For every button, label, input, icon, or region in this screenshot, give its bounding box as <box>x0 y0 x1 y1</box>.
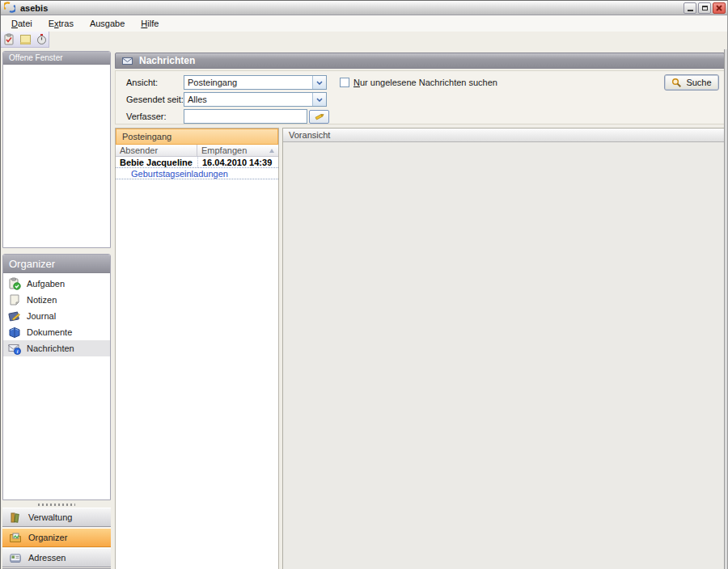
page-title-bar: Nachrichten <box>115 53 725 69</box>
notes-icon <box>8 293 21 306</box>
menu-extras[interactable]: Extras <box>41 17 81 30</box>
preview-panel: Voransicht <box>282 128 725 569</box>
ansicht-select[interactable]: Posteingang <box>184 75 327 90</box>
organizer-panel: Organizer Aufgaben <box>2 254 111 500</box>
sidebar-item-notizen[interactable]: Notizen <box>3 292 110 308</box>
gesendet-label: Gesendet seit: <box>126 95 184 104</box>
organizer-item-list: Aufgaben Notizen Journal <box>3 273 110 499</box>
unread-only-checkbox-group[interactable]: Nur ungelesene Nachrichten suchen <box>340 78 497 87</box>
unread-only-checkbox[interactable] <box>340 78 349 87</box>
inbox-column-headers: Absender Empfangen <box>116 145 278 157</box>
column-header-empfangen[interactable]: Empfangen <box>197 145 278 156</box>
gesendet-select[interactable]: Alles <box>184 92 327 107</box>
preview-header: Voransicht <box>283 129 724 142</box>
search-icon <box>671 78 682 88</box>
unread-only-label: Nur ungelesene Nachrichten suchen <box>353 78 497 87</box>
chevron-down-icon[interactable] <box>312 93 326 106</box>
suche-button[interactable]: Suche <box>664 74 719 91</box>
minimize-icon <box>688 10 693 11</box>
nav-verwaltung[interactable]: Verwaltung <box>2 508 111 527</box>
preview-body <box>283 142 724 569</box>
nav-adressen[interactable]: Adressen <box>2 548 111 567</box>
page-title: Nachrichten <box>139 55 195 66</box>
organizer-icon <box>9 531 22 544</box>
sidebar-item-dokumente[interactable]: Dokumente <box>3 324 110 340</box>
administration-icon <box>9 511 22 524</box>
messages-header-icon <box>122 57 133 65</box>
app-window: asebis Datei Extras Ausgabe Hilfe <box>0 0 728 569</box>
column-header-absender[interactable]: Absender <box>116 145 197 156</box>
close-button[interactable] <box>713 2 726 14</box>
ansicht-label: Ansicht: <box>126 78 184 87</box>
menu-hilfe[interactable]: Hilfe <box>133 17 166 30</box>
messages-icon: i <box>8 342 21 355</box>
nav-organizer[interactable]: Organizer <box>2 528 111 547</box>
title-bar[interactable]: asebis <box>1 1 727 15</box>
sidebar-splitter[interactable] <box>2 502 111 507</box>
window-right-edge <box>724 49 727 569</box>
open-windows-panel: Offene Fenster <box>2 51 111 248</box>
message-received: 16.04.2010 14:39 <box>197 157 278 167</box>
open-windows-list[interactable] <box>3 65 110 247</box>
search-form: Ansicht: Posteingang Nur ungelesene Nach… <box>115 70 725 124</box>
task-edit-tool-button[interactable] <box>2 32 16 46</box>
organizer-panel-header: Organizer <box>3 255 110 273</box>
restore-button[interactable] <box>698 2 711 14</box>
message-subject-row[interactable]: Geburtstagseinladungen <box>116 168 278 179</box>
task-edit-icon <box>3 33 15 45</box>
verfasser-input[interactable] <box>184 109 307 124</box>
close-icon <box>716 5 722 11</box>
stopwatch-icon <box>36 33 48 45</box>
app-logo-icon <box>4 2 15 15</box>
inbox-header: Posteingang <box>116 129 278 145</box>
documents-icon <box>8 326 21 339</box>
stopwatch-tool-button[interactable] <box>35 32 49 46</box>
grip-dots-icon <box>38 504 75 506</box>
chevron-down-icon[interactable] <box>312 76 326 89</box>
message-row[interactable]: Bebie Jacqueline 16.04.2010 14:39 <box>116 157 278 168</box>
toolbar <box>1 32 727 48</box>
verfasser-label: Verfasser: <box>126 112 184 121</box>
main-area: Nachrichten Ansicht: Posteingang Nur ung… <box>115 53 725 569</box>
minimize-button[interactable] <box>684 2 696 14</box>
window-controls <box>684 2 726 14</box>
sidebar: Offene Fenster Organizer Aufgaben <box>2 49 111 569</box>
menu-bar: Datei Extras Ausgabe Hilfe <box>1 15 727 32</box>
message-sender: Bebie Jacqueline <box>116 157 197 167</box>
toolbar-strip <box>1 32 49 48</box>
open-windows-header: Offene Fenster <box>3 52 110 65</box>
inbox-list-panel: Posteingang Absender Empfangen Bebie Jac… <box>115 128 279 569</box>
sort-ascending-icon <box>269 149 274 153</box>
addresses-icon <box>9 551 22 564</box>
sidebar-item-nachrichten[interactable]: i Nachrichten <box>3 340 110 356</box>
note-icon <box>19 33 32 45</box>
message-subject-link[interactable]: Geburtstagseinladungen <box>131 169 228 179</box>
sidebar-item-journal[interactable]: Journal <box>3 308 110 324</box>
menu-ausgabe[interactable]: Ausgabe <box>83 17 132 30</box>
restore-icon <box>702 6 708 11</box>
menu-datei[interactable]: Datei <box>4 17 40 30</box>
note-tool-button[interactable] <box>19 32 32 46</box>
window-title: asebis <box>20 3 48 13</box>
pencil-icon <box>314 112 325 121</box>
tasks-icon <box>8 277 21 290</box>
verfasser-edit-button[interactable] <box>309 110 329 124</box>
journal-icon <box>8 310 21 322</box>
sidebar-item-aufgaben[interactable]: Aufgaben <box>3 276 110 292</box>
